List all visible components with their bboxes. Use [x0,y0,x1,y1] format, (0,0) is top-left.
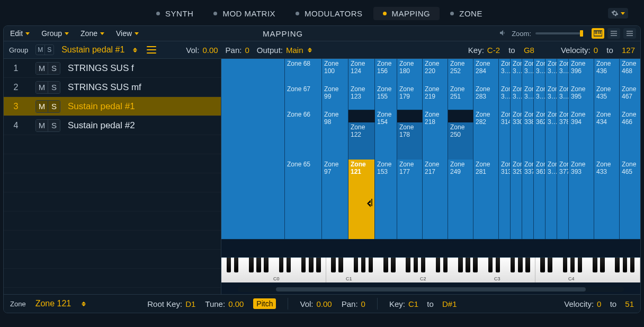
zone-cell[interactable]: Zone 251 [448,84,473,110]
group-row[interactable]: 1MSSTRINGS SUS f [4,59,221,78]
zone-cell[interactable]: Zone 123 [348,84,375,110]
zone-cell[interactable] [221,110,285,160]
black-key[interactable] [301,258,306,272]
zone-cell[interactable]: Zone 99 [322,84,348,110]
zone-cell[interactable]: Zone 65 [285,160,322,239]
black-key[interactable] [331,258,335,272]
zone-cell[interactable]: Zone 220 [423,59,448,84]
zone-cell[interactable]: Zone 66 [285,110,322,160]
zone-cell[interactable]: Zone 433 [594,160,620,239]
speaker-icon[interactable] [499,29,507,39]
zone-cell[interactable]: Zone 3… [545,160,557,239]
black-key[interactable] [227,258,231,272]
black-key[interactable] [548,258,552,272]
rootkey-value[interactable]: D1 [185,299,195,308]
black-key[interactable] [466,258,470,272]
zone-cell[interactable]: Zone 3… [557,84,569,110]
zone-cell[interactable]: Zone 219 [423,84,448,110]
zone-cell[interactable]: Zone 465 [620,160,640,239]
zone-cell[interactable]: Zone 466 [620,110,640,160]
zone-cell[interactable]: Zone 124 [348,59,375,84]
zone-cell[interactable]: Zone 3… [499,59,511,84]
black-key[interactable] [421,258,425,272]
group-row[interactable]: 4MSSustain pedal #2 [4,116,221,135]
black-key[interactable] [511,258,515,272]
zone-cell[interactable]: Zone 313 [499,160,511,239]
black-key[interactable] [593,258,597,272]
mute-solo-box[interactable]: MS [35,62,60,75]
menu-edit[interactable]: Edit [8,28,32,39]
black-key[interactable] [354,258,358,272]
zone-cell[interactable]: Zone 3… [545,110,557,160]
output-value[interactable]: Main [286,46,303,55]
pan-value[interactable]: 0 [245,46,249,55]
zone-cell[interactable]: Zone 3… [511,84,522,110]
zone-cell[interactable] [221,59,285,84]
mute-solo-box[interactable]: MS [35,119,60,132]
zone-cell[interactable]: Zone 330 [511,110,522,160]
black-key[interactable] [279,258,283,272]
zone-cell[interactable]: Zone 284 [473,59,499,84]
zone-cell[interactable]: Zone 337 [522,160,534,239]
nav-tab-mapping[interactable]: MAPPING [373,7,440,20]
velocity-low[interactable]: 0 [594,46,598,55]
mute-button[interactable]: M [36,120,48,131]
nav-tab-mod-matrix[interactable]: MOD MATRIX [204,7,285,20]
zone-cell[interactable]: Zone 329 [511,160,522,239]
zone-cell[interactable]: Zone 3… [545,84,557,110]
zone-key-high[interactable]: D#1 [442,299,457,308]
black-key[interactable] [570,258,575,272]
header-mute-solo[interactable]: MS [35,45,54,55]
mute-solo-box[interactable]: MS [35,81,60,94]
zone-cell[interactable]: Zone 468 [620,59,640,84]
zone-cell[interactable]: Zone 252 [448,59,473,84]
zone-cell[interactable]: Zone 435 [594,84,620,110]
black-key[interactable] [488,258,493,272]
zone-cell[interactable]: Zone 218 [423,110,448,160]
zone-cell[interactable]: Zone 3… [511,59,522,84]
solo-button[interactable]: S [48,120,60,131]
output-stepper-icon[interactable] [308,48,312,52]
zone-cell[interactable]: Zone 3… [522,59,534,84]
solo-button[interactable]: S [48,63,60,74]
zone-cell[interactable]: Zone 395 [569,84,594,110]
group-row[interactable]: 3MSSustain pedal #1 [4,97,221,116]
mute-button[interactable]: M [36,82,48,93]
zone-cell[interactable]: Zone 249 [448,160,473,239]
black-key[interactable] [361,258,365,272]
zone-cell[interactable]: Zone 394 [569,110,594,160]
zone-cell[interactable]: Zone 180 [397,59,423,84]
key-low[interactable]: C-2 [487,46,500,55]
zone-cell[interactable]: Zone 98 [322,110,348,160]
black-key[interactable] [600,258,604,272]
mute-button[interactable]: M [36,63,48,74]
key-high[interactable]: G8 [524,46,534,55]
zone-cell[interactable]: Zone 434 [594,110,620,160]
black-key[interactable] [578,258,582,272]
keyboard-ruler[interactable]: C0C1C2C3C4 [221,257,640,282]
mute-button[interactable]: M [36,101,48,112]
black-key[interactable] [496,258,500,272]
zone-vel-high[interactable]: 51 [625,299,634,308]
black-key[interactable] [369,258,373,272]
zone-list-button[interactable] [147,46,156,54]
zone-cell[interactable]: Zone 467 [620,84,640,110]
zone-cell[interactable]: Zone 3… [534,59,545,84]
black-key[interactable] [540,258,544,272]
tune-value[interactable]: 0.00 [228,299,244,308]
zone-cell[interactable] [221,84,285,110]
black-key[interactable] [414,258,418,272]
solo-button[interactable]: S [48,101,60,112]
zone-pan-value[interactable]: 0 [361,299,365,308]
solo-button[interactable]: S [48,82,60,93]
zone-cell[interactable]: Zone 156 [375,59,397,84]
black-key[interactable] [338,258,343,272]
black-key[interactable] [383,258,388,272]
black-key[interactable] [563,258,567,272]
black-key[interactable] [316,258,320,272]
black-key[interactable] [623,258,627,272]
zoom-slider[interactable] [535,32,583,34]
black-key[interactable] [249,258,253,272]
group-name[interactable]: Sustain pedal #1 [61,45,124,55]
zone-cell[interactable]: Zone 436 [594,59,620,84]
